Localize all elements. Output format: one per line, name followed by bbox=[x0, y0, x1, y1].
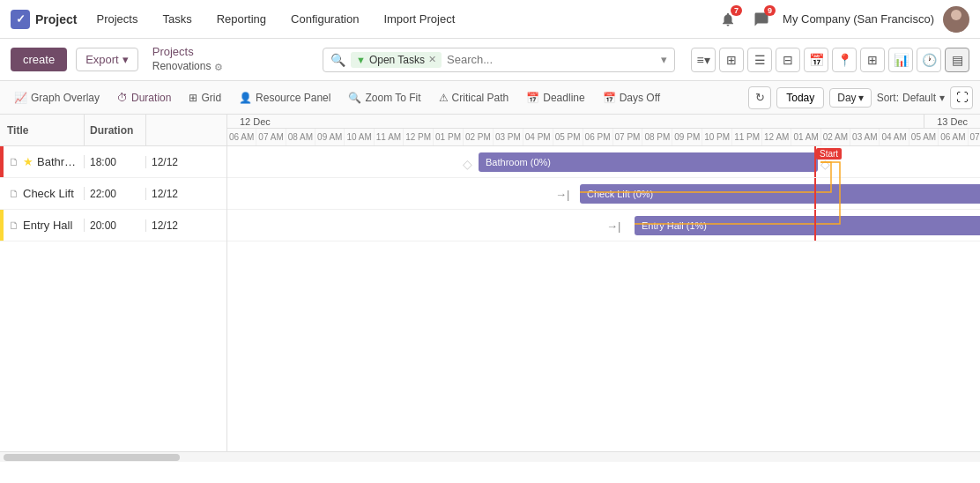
filter-tag: ▼ Open Tasks ✕ bbox=[351, 52, 442, 68]
task-duration: 18:00 bbox=[85, 156, 146, 168]
hour-label: 04 AM bbox=[880, 129, 909, 146]
notification-chat-btn[interactable]: 9 bbox=[749, 7, 774, 32]
svg-point-0 bbox=[951, 10, 961, 20]
view-table-btn[interactable]: ⊞ bbox=[860, 48, 885, 72]
nav-tasks[interactable]: Tasks bbox=[157, 9, 197, 29]
top-navigation: Project Projects Tasks Reporting Configu… bbox=[0, 0, 980, 39]
view-gantt-btn[interactable]: ▤ bbox=[945, 48, 969, 72]
view-filter-btn[interactable]: ≡▾ bbox=[691, 48, 716, 72]
nav-reporting[interactable]: Reporting bbox=[212, 9, 271, 29]
settings-gear-icon[interactable]: ⚙ bbox=[214, 61, 223, 73]
col-header-title: Title bbox=[0, 115, 85, 145]
hour-label: 09 PM bbox=[672, 129, 702, 146]
notif-badge-2: 9 bbox=[764, 5, 776, 16]
brand-icon bbox=[11, 10, 30, 29]
toolbar: 📈 Graph Overlay ⏱ Duration ⊞ Grid 👤 Reso… bbox=[0, 81, 980, 115]
view-list-btn[interactable]: ☰ bbox=[747, 48, 772, 72]
notif-badge-1: 7 bbox=[731, 5, 742, 16]
toolbar-right: ↻ Today Day ▾ Sort: Default ▾ ⛶ bbox=[748, 86, 973, 109]
today-btn[interactable]: Today bbox=[776, 87, 824, 108]
nav-configuration[interactable]: Configuration bbox=[286, 9, 364, 29]
sort-label: Sort: bbox=[877, 92, 899, 104]
hour-label: 02 PM bbox=[464, 129, 494, 146]
hour-label: 05 PM bbox=[553, 129, 583, 146]
export-label: Export bbox=[85, 53, 119, 66]
refresh-btn[interactable]: ↻ bbox=[748, 86, 771, 109]
zoom-label: Zoom To Fit bbox=[365, 92, 420, 104]
date-label-13dec: 13 Dec bbox=[932, 115, 973, 129]
hour-label: 08 PM bbox=[642, 129, 672, 146]
table-row: 🗋 Check Lift 22:00 12/12 bbox=[0, 178, 226, 210]
search-icon: 🔍 bbox=[330, 53, 345, 67]
notification-bell-btn[interactable]: 7 bbox=[716, 7, 740, 32]
task-duration: 20:00 bbox=[85, 219, 146, 232]
brand-label: Project bbox=[35, 12, 77, 26]
search-dropdown-arrow[interactable]: ▾ bbox=[661, 53, 667, 66]
graph-overlay-btn[interactable]: 📈 Graph Overlay bbox=[7, 88, 107, 108]
task-file-icon: 🗋 bbox=[9, 219, 19, 232]
app-brand[interactable]: Project bbox=[11, 10, 77, 29]
view-buttons: ≡▾ ⊞ ☰ ⊟ 📅 📍 ⊞ 📊 🕐 ▤ bbox=[691, 48, 969, 72]
breadcrumb-sub: Renovations ⚙ bbox=[152, 60, 224, 74]
task-name[interactable]: Bathroom bbox=[37, 155, 78, 168]
view-map-btn[interactable]: 📍 bbox=[832, 48, 857, 72]
graph-overlay-label: Graph Overlay bbox=[31, 92, 100, 104]
filter-tag-close[interactable]: ✕ bbox=[428, 54, 436, 65]
export-button[interactable]: Export ▾ bbox=[76, 48, 138, 71]
days-off-btn[interactable]: 📅 Days Off bbox=[596, 88, 667, 108]
expand-btn[interactable]: ⛶ bbox=[950, 86, 973, 109]
scrollbar-thumb[interactable] bbox=[4, 454, 180, 461]
duration-icon: ⏱ bbox=[117, 92, 128, 104]
nav-import-project[interactable]: Import Project bbox=[378, 9, 460, 29]
hour-label: 04 PM bbox=[523, 129, 553, 146]
grid-btn[interactable]: ⊞ Grid bbox=[182, 88, 228, 108]
zoom-to-fit-btn[interactable]: 🔍 Zoom To Fit bbox=[341, 88, 427, 108]
gantt-row: →| Check Lift (0%) bbox=[227, 178, 980, 210]
hour-label: 01 AM bbox=[791, 129, 820, 146]
column-headers: Title Duration bbox=[0, 115, 226, 146]
task-name[interactable]: Check Lift bbox=[23, 187, 74, 200]
sort-dropdown-icon[interactable]: ▾ bbox=[939, 92, 945, 104]
hour-label: 10 AM bbox=[345, 129, 374, 146]
task-rows: 🗋 ★ Bathroom 18:00 12/12 🗋 Check Lift 22… bbox=[0, 146, 226, 451]
avatar[interactable] bbox=[943, 6, 969, 33]
view-clock-btn[interactable]: 🕐 bbox=[917, 48, 941, 72]
duration-btn[interactable]: ⏱ Duration bbox=[110, 88, 178, 108]
gantt-bar-check-lift[interactable]: Check Lift (0%) bbox=[580, 184, 980, 204]
sort-value: Default bbox=[902, 92, 936, 104]
date-row: 12 Dec 13 Dec bbox=[227, 115, 980, 129]
secondary-bar: create Export ▾ Projects Renovations ⚙ 🔍… bbox=[0, 39, 980, 81]
deadline-btn[interactable]: 📅 Deadline bbox=[519, 88, 591, 108]
gantt-row: ◇ Bathroom (0%) ◇ Start bbox=[227, 146, 980, 178]
task-title-cell: 🗋 ★ Bathroom bbox=[4, 155, 85, 168]
task-star-icon[interactable]: ★ bbox=[23, 155, 33, 168]
task-name[interactable]: Entry Hall bbox=[23, 219, 72, 232]
hour-label: 07 AM bbox=[256, 129, 286, 146]
nav-projects[interactable]: Projects bbox=[91, 9, 143, 29]
task-title-cell: 🗋 Entry Hall bbox=[4, 219, 85, 232]
gantt-bar-bathroom[interactable]: Bathroom (0%) bbox=[479, 152, 818, 172]
day-select[interactable]: Day ▾ bbox=[829, 88, 871, 108]
task-start: 12/12 bbox=[146, 188, 226, 200]
resource-panel-btn[interactable]: 👤 Resource Panel bbox=[232, 88, 338, 108]
grid-label: Grid bbox=[201, 92, 221, 104]
bottom-scrollbar[interactable] bbox=[0, 451, 980, 462]
days-off-icon: 📅 bbox=[603, 92, 616, 104]
time-header: 12 Dec 13 Dec 06 AM07 AM08 AM09 AM10 AM1… bbox=[227, 115, 980, 146]
search-input[interactable] bbox=[447, 53, 656, 66]
hour-label: 11 AM bbox=[375, 129, 404, 146]
view-split-btn[interactable]: ⊟ bbox=[776, 48, 800, 72]
breadcrumb-main[interactable]: Projects bbox=[152, 45, 224, 60]
gantt-bar-entry-hall[interactable]: Entry Hall (1%) bbox=[635, 216, 980, 235]
view-calendar-btn[interactable]: 📅 bbox=[804, 48, 828, 72]
view-kanban-btn[interactable]: ⊞ bbox=[719, 48, 744, 72]
view-chart-btn[interactable]: 📊 bbox=[888, 48, 913, 72]
hour-label: 06 AM bbox=[227, 129, 256, 146]
zoom-icon: 🔍 bbox=[348, 92, 361, 104]
gantt-milestone-start: ◇ bbox=[463, 157, 472, 171]
create-button[interactable]: create bbox=[11, 48, 67, 71]
hour-label: 09 AM bbox=[316, 129, 345, 146]
critical-path-btn[interactable]: ⚠ Critical Path bbox=[432, 88, 516, 108]
start-marker-row2 bbox=[814, 178, 816, 209]
export-dropdown-icon: ▾ bbox=[122, 53, 129, 66]
